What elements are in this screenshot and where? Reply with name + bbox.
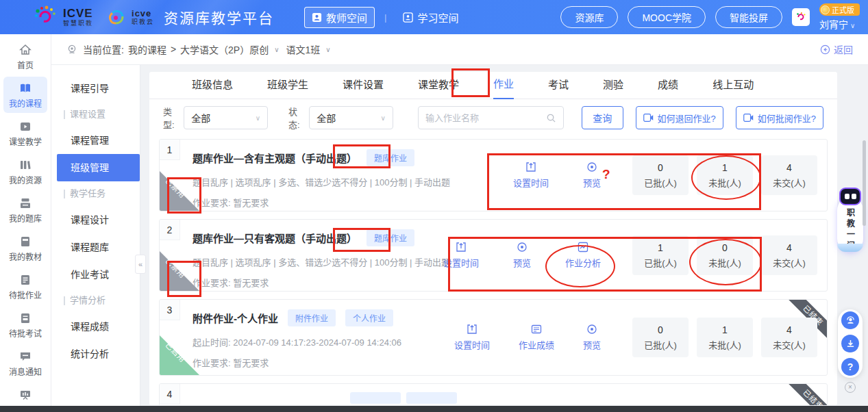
download-icon[interactable] <box>841 335 859 352</box>
video-tutorial-icon <box>743 114 754 122</box>
how-to-review-homework-button[interactable]: 如何批阅作业? <box>736 106 823 129</box>
homework-index: 3 <box>160 300 180 320</box>
submenu-item-course-management[interactable]: 课程管理 <box>51 127 140 154</box>
query-button[interactable]: 查询 <box>582 106 623 129</box>
class-dropdown-caret[interactable]: ∨ <box>325 46 330 53</box>
home-icon <box>18 43 32 57</box>
homework-analysis-action[interactable]: 作业分析 <box>565 242 601 269</box>
preview-action[interactable]: 预览 <box>583 162 601 189</box>
back-button[interactable]: 返回 <box>820 42 853 56</box>
submenu-item-course-grades[interactable]: 课程成绩 <box>51 313 140 340</box>
learner-space-icon <box>403 12 413 23</box>
set-time-action[interactable]: 设置时间 <box>454 324 490 351</box>
stat-reviewed[interactable]: 1已批(人) <box>632 235 689 275</box>
course-dropdown-caret[interactable]: ∨ <box>274 46 279 53</box>
status-ribbon-ended: 已结束 <box>783 384 827 405</box>
tab-class-students[interactable]: 班级学生 <box>267 77 308 99</box>
my-resources-icon <box>18 158 32 172</box>
tab-quiz[interactable]: 测验 <box>603 77 623 99</box>
customer-service-icon[interactable] <box>841 311 859 329</box>
submenu-item-course-design[interactable]: 课程设计 <box>51 206 140 233</box>
set-time-action[interactable]: 设置时间 <box>443 242 479 269</box>
homework-card-3: 3 附件作业-个人作业 附件作业 个人作业 起止时间: 2024-07-09 1… <box>159 299 828 376</box>
stat-unreviewed[interactable]: 1未批(人) <box>697 155 753 195</box>
logo1-subtitle: 智慧职教 <box>63 21 93 27</box>
sidebar-item-pending-homework[interactable]: 待批作业 <box>3 268 47 305</box>
status-filter-select[interactable]: 全部 ∨ <box>309 106 393 129</box>
sidebar-item-textbook[interactable]: 我的教材 <box>3 230 47 266</box>
stat-reviewed[interactable]: 0已批(人) <box>632 155 689 195</box>
submenu-item-course-guide[interactable]: 课程引导 <box>51 75 140 102</box>
homework-grades-action[interactable]: 作业成绩 <box>519 324 554 351</box>
homework-requirement: 作业要求: 暂无要求 <box>193 276 827 289</box>
homework-type-badge <box>350 392 401 404</box>
tab-courseware-settings[interactable]: 课件设置 <box>343 77 384 99</box>
submenu-collapse-handle[interactable]: « <box>135 255 146 274</box>
tab-exam[interactable]: 考试 <box>548 77 569 99</box>
sidebar-item-messages[interactable]: 消息通知 <box>3 345 47 381</box>
breadcrumb-class[interactable]: 语文1班 <box>286 42 321 56</box>
sidebar-item-home[interactable]: 首页 <box>3 38 47 75</box>
breadcrumb-course[interactable]: 大学语文（2P）原创 <box>180 42 269 56</box>
homework-list: 1 题库作业—含有主观题（手动出题） 题库作业 题目乱序 | 选项乱序 | 多选… <box>149 136 837 405</box>
eye-icon <box>586 324 597 335</box>
homework-type-badge: 附件作业 <box>288 309 336 326</box>
submenu-item-homework-exam[interactable]: 作业考试 <box>51 261 140 288</box>
close-icon[interactable]: × <box>845 382 856 393</box>
eye-icon <box>586 162 597 172</box>
submenu-item-statistical-analysis[interactable]: 统计分析 <box>51 340 140 368</box>
page-scrollbar-thumb[interactable] <box>863 140 866 226</box>
tab-grades[interactable]: 成绩 <box>658 77 678 99</box>
my-courses-icon <box>18 81 32 95</box>
help-question-icon[interactable]: ? <box>841 358 859 376</box>
type-filter-label: 类型: <box>163 105 177 131</box>
tab-class-info[interactable]: 班级信息 <box>192 77 233 99</box>
how-to-return-homework-button[interactable]: 如何退回作业? <box>636 106 723 129</box>
sidebar-item-question-bank[interactable]: 我的题库 <box>3 192 47 228</box>
medal-icon <box>821 5 830 14</box>
stat-unreviewed[interactable]: 1未批(人) <box>697 318 753 357</box>
teacher-space-button[interactable]: 教师空间 <box>304 7 375 28</box>
submenu-item-course-question-bank[interactable]: 课程题库 <box>51 233 140 261</box>
app-grid-icon[interactable] <box>792 8 810 26</box>
homework-index: 2 <box>160 220 180 240</box>
sidebar-item-my-resources[interactable]: 我的资源 <box>3 153 47 190</box>
stat-unsubmitted[interactable]: 4未交(人) <box>761 235 817 275</box>
sidebar-item-my-courses[interactable]: 我的课程 <box>3 77 47 113</box>
homework-title: 题库作业—只有客观题（手动出题） <box>193 231 357 245</box>
breadcrumb-root[interactable]: 我的课程 <box>128 42 166 56</box>
homework-search-input[interactable] <box>425 113 546 123</box>
sidebar-item-pending-exam[interactable]: 待批考试 <box>3 307 47 343</box>
sidebar-item-classroom-teaching[interactable]: 课堂教学 <box>3 115 47 151</box>
learner-space-button[interactable]: 学习空间 <box>396 8 465 27</box>
homework-card-1: 1 题库作业—含有主观题（手动出题） 题库作业 题目乱序 | 选项乱序 | 多选… <box>159 139 828 211</box>
type-filter-select[interactable]: 全部 ∨ <box>184 106 268 129</box>
zhijiao-assistant-widget[interactable]: 职教一问 <box>837 197 863 252</box>
robot-icon <box>839 188 861 205</box>
logo2-subtitle: 职教云 <box>132 19 154 25</box>
tab-classroom-teaching[interactable]: 课堂教学 <box>418 77 459 99</box>
submenu-item-class-management[interactable]: 班级管理 <box>57 154 140 181</box>
search-icon[interactable] <box>546 113 556 123</box>
preview-action[interactable]: 预览 <box>583 324 601 351</box>
tab-homework[interactable]: 作业 <box>493 76 514 99</box>
smart-cast-button[interactable]: 智能投屏 <box>715 6 782 28</box>
location-pin-icon <box>66 44 77 55</box>
user-menu[interactable]: 刘宵宁∨ <box>819 17 855 31</box>
stat-unreviewed[interactable]: 0未批(人) <box>697 235 753 275</box>
icve-swirl-icon <box>32 5 59 29</box>
stat-unsubmitted[interactable]: 4未交(人) <box>761 155 817 195</box>
score-sheet-icon <box>531 324 542 335</box>
stat-unsubmitted[interactable]: 4未交(人) <box>761 318 817 357</box>
stat-reviewed[interactable]: 0已批(人) <box>632 318 689 357</box>
mooc-college-button[interactable]: MOOC学院 <box>628 6 706 28</box>
resource-library-button[interactable]: 资源库 <box>560 6 618 28</box>
preview-action[interactable]: 预览 <box>513 242 531 269</box>
pending-homework-icon <box>18 273 32 287</box>
homework-title: 附件作业-个人作业 <box>193 311 278 325</box>
question-bank-icon <box>18 196 32 210</box>
set-time-action[interactable]: 设置时间 <box>513 162 549 189</box>
video-tutorial-icon <box>643 114 654 122</box>
tab-online-interaction[interactable]: 线上互动 <box>712 77 754 99</box>
nav-divider: | <box>384 12 386 23</box>
